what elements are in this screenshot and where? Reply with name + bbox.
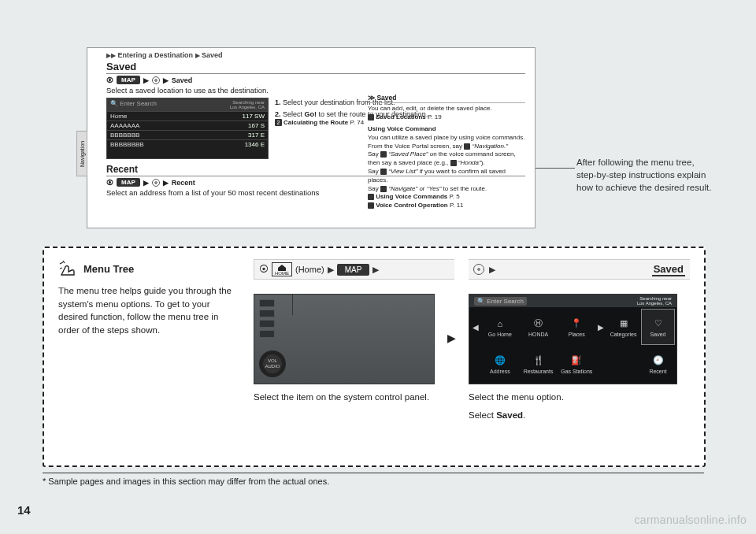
callout-leader xyxy=(536,168,575,169)
chevron-right-icon: ▶ xyxy=(489,265,495,275)
volume-knob: VOL AUDIO xyxy=(259,350,286,377)
home-icon: ⌂ xyxy=(494,317,506,330)
mid-caption: Select the item on the system control pa… xyxy=(254,391,454,403)
clock-icon: 🕘 xyxy=(652,354,665,367)
page-number: 14 xyxy=(17,503,31,517)
dial-icon xyxy=(152,76,160,84)
chevron-right-icon[interactable]: ▶ xyxy=(598,323,604,332)
honda-logo-icon: Ⓗ xyxy=(532,317,545,330)
nav-menu-screenshot: 🔍 Enter Search Searching near Los Angele… xyxy=(469,294,677,384)
grid-icon: ▦ xyxy=(617,317,630,330)
menu-tree-explainer: Menu Tree The menu tree helps guide you … xyxy=(43,247,706,467)
crumb-saved: Saved xyxy=(652,263,685,276)
sample-page: Navigation ▶▶ Entering a Destination ▶ S… xyxy=(87,47,536,228)
dial-icon xyxy=(473,264,484,275)
nav-screenshot: 🔍 Enter Search Searching near Los Angele… xyxy=(106,98,269,159)
search-input[interactable]: 🔍 Enter Search xyxy=(474,297,527,306)
menu-tree-description: The menu tree helps guide you through th… xyxy=(58,284,239,337)
fork-knife-icon: 🍴 xyxy=(532,354,545,367)
right-caption: Select the menu option. Select Saved. xyxy=(469,391,690,423)
tile-address[interactable]: 🌐Address xyxy=(481,346,519,382)
chevron-right-icon: ▶ xyxy=(328,265,334,275)
map-chip: MAP xyxy=(337,264,370,276)
crumb-bar-left: ⦿ HOME (Home) ▶ MAP ▶ xyxy=(254,259,454,280)
knob-icon: ⦿ xyxy=(106,76,113,84)
leader-line xyxy=(292,295,293,315)
chevron-right-icon: ▶ xyxy=(372,265,379,275)
fuel-icon: ⛽ xyxy=(570,354,583,367)
tile-gas[interactable]: ⛽Gas Stations xyxy=(558,346,595,382)
side-column: ≫ Saved You can add, edit, or delete the… xyxy=(368,94,525,210)
breadcrumb: ▶▶ Entering a Destination ▶ Saved xyxy=(106,51,525,59)
side-tab-navigation: Navigation xyxy=(76,131,87,176)
tile-go-home[interactable]: ⌂Go Home xyxy=(481,309,519,345)
home-label: (Home) xyxy=(295,265,324,274)
globe-icon: 🌐 xyxy=(494,354,506,367)
heart-icon: ♡ xyxy=(652,317,665,330)
footnote: * Sample pages and images in this sectio… xyxy=(43,473,704,486)
chevron-left-icon[interactable]: ◀ xyxy=(472,323,479,332)
knob-icon: ⦿ xyxy=(259,264,269,275)
tile-categories[interactable]: ▦Categories xyxy=(606,309,640,345)
tile-recent[interactable]: 🕘Recent xyxy=(641,346,675,382)
chevron-right-icon: ▶ xyxy=(447,332,456,344)
tile-saved[interactable]: ♡Saved xyxy=(641,309,675,345)
map-chip: MAP xyxy=(117,76,140,84)
finger-press-icon xyxy=(58,259,79,278)
tile-places[interactable]: 📍Places xyxy=(558,309,595,345)
tile-restaurants[interactable]: 🍴Restaurants xyxy=(520,346,558,382)
pin-icon: 📍 xyxy=(570,317,583,330)
control-panel-screenshot: VOL AUDIO xyxy=(254,294,435,384)
home-button-icon: HOME xyxy=(272,262,292,276)
panel-home-button xyxy=(259,299,275,307)
crumb-bar-right: ▶ Saved xyxy=(469,259,690,280)
menu-tree-heading: Menu Tree xyxy=(58,259,239,278)
menu-tree-line-saved: ⦿ MAP ▶ ▶ Saved xyxy=(106,76,525,84)
watermark: carmanualsonline.info xyxy=(635,514,747,526)
callout-text: After following the menu tree, step-by-s… xyxy=(576,156,714,194)
heading-saved: Saved xyxy=(106,61,525,74)
tile-honda[interactable]: ⒽHONDA xyxy=(520,309,558,345)
